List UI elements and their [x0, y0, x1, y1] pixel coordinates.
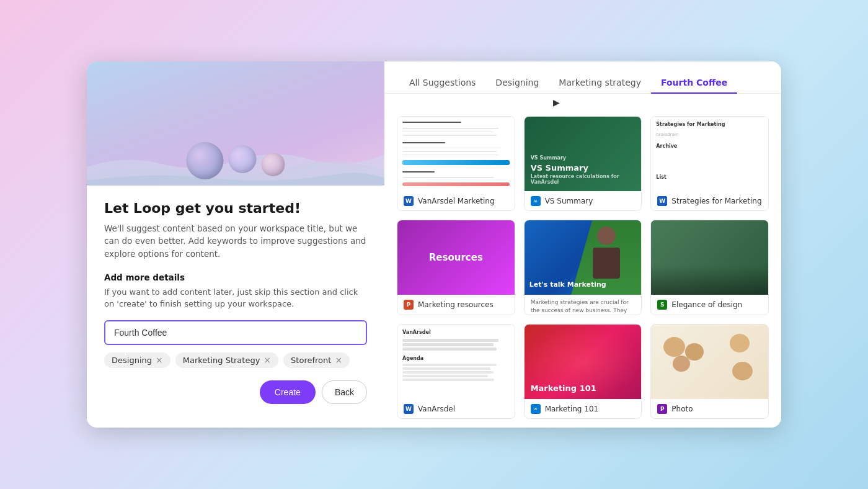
- card-title: Strategies for Marketing: [671, 197, 761, 205]
- dialog-subtitle: We'll suggest content based on your work…: [104, 222, 367, 260]
- card-footer: P Photo: [651, 399, 768, 419]
- card-thumbnail: Strategies for Marketing braindrain Arch…: [651, 117, 768, 191]
- main-dialog: Let Loop get you started! We'll suggest …: [87, 61, 781, 428]
- tab-designing[interactable]: Designing: [485, 73, 549, 94]
- card-marketing-101[interactable]: Marketing 101 ∞ Marketing 101: [524, 324, 642, 419]
- card-footer: ∞ VS Summary: [525, 191, 642, 211]
- card-footer: W Strategies for Marketing: [651, 191, 768, 211]
- card-title: VanArsdel Marketing: [418, 197, 495, 205]
- tag-remove-storefront[interactable]: ×: [335, 356, 342, 364]
- workspace-input[interactable]: [104, 320, 367, 345]
- hero-image: [87, 61, 384, 186]
- create-button[interactable]: Create: [260, 380, 316, 404]
- tab-marketing-strategy[interactable]: Marketing strategy: [549, 73, 651, 94]
- back-button[interactable]: Back: [322, 380, 367, 404]
- card-thumbnail: VanArsdel Agenda: [397, 325, 515, 399]
- ball-small: [262, 153, 285, 176]
- loop-icon: ∞: [531, 196, 541, 206]
- tag-remove-marketing[interactable]: ×: [264, 356, 271, 364]
- card-vanarsdel-marketing[interactable]: W VanArsdel Marketing: [397, 116, 515, 211]
- left-content: Let Loop get you started! We'll suggest …: [87, 186, 384, 428]
- tag-label: Storefront: [291, 356, 331, 365]
- word-icon: W: [404, 404, 414, 414]
- card-thumbnail: [651, 325, 768, 399]
- card-title: Elegance of design: [671, 300, 742, 309]
- suggestions-grid: W VanArsdel Marketing VS Summary VS Summ…: [384, 107, 781, 428]
- tag-marketing-strategy: Marketing Strategy ×: [175, 352, 278, 368]
- word-icon: W: [657, 196, 667, 206]
- tag-designing: Designing ×: [104, 352, 170, 368]
- card-title: Marketing resources: [418, 300, 494, 309]
- card-vs-summary[interactable]: VS Summary VS Summary Latest resource ca…: [524, 116, 642, 211]
- word-icon: W: [404, 196, 414, 206]
- tags-container: Designing × Marketing Strategy × Storefr…: [104, 352, 367, 368]
- cursor-indicator-row: ▶: [384, 94, 781, 107]
- card-lets-talk[interactable]: Let's talk Marketing Marketing strategie…: [524, 220, 642, 315]
- loop-icon: ∞: [531, 404, 541, 414]
- tab-fourth-coffee[interactable]: Fourth Coffee: [651, 73, 737, 94]
- ball-medium: [229, 145, 257, 173]
- card-vanarsdel[interactable]: VanArsdel Agenda W VanArsdel: [397, 324, 515, 419]
- action-buttons: Create Back: [104, 380, 367, 404]
- card-strategies[interactable]: Strategies for Marketing braindrain Arch…: [650, 116, 769, 211]
- card-title: VanArsdel: [418, 405, 455, 413]
- card-title: VS Summary: [545, 197, 593, 205]
- tag-label: Marketing Strategy: [183, 356, 260, 365]
- card-footer: P Marketing resources: [397, 295, 515, 315]
- ball-large: [187, 142, 224, 179]
- card-thumbnail: [397, 117, 515, 191]
- dialog-title: Let Loop get you started!: [104, 200, 367, 216]
- card-title: Photo: [671, 405, 693, 413]
- add-more-heading: Add more details: [104, 272, 367, 282]
- tabs-container: All Suggestions Designing Marketing stra…: [384, 61, 781, 94]
- sway-icon: S: [657, 300, 667, 310]
- card-thumbnail: [651, 220, 768, 295]
- card-footer: W VanArsdel: [397, 399, 515, 419]
- card-footer: S Elegance of design: [651, 295, 768, 315]
- tab-all-suggestions[interactable]: All Suggestions: [399, 73, 485, 94]
- right-panel: All Suggestions Designing Marketing stra…: [384, 61, 781, 428]
- card-thumbnail: VS Summary VS Summary Latest resource ca…: [525, 117, 642, 191]
- card-title: Marketing 101: [545, 405, 599, 413]
- photo-icon: P: [657, 404, 667, 414]
- decorative-balls: [187, 142, 285, 179]
- card-thumbnail: Marketing 101: [525, 325, 642, 399]
- tag-storefront: Storefront ×: [283, 352, 350, 368]
- ppt-icon: P: [404, 300, 414, 310]
- card-footer: ∞ Marketing 101: [525, 399, 642, 419]
- card-marketing-resources[interactable]: Resources P Marketing resources: [397, 220, 515, 315]
- card-description: Marketing strategies are crucial for the…: [525, 295, 642, 315]
- tag-label: Designing: [112, 356, 152, 365]
- add-more-description: If you want to add content later, just s…: [104, 286, 367, 310]
- left-panel: Let Loop get you started! We'll suggest …: [87, 61, 384, 428]
- card-elegance[interactable]: S Elegance of design: [650, 220, 769, 315]
- cursor-icon: ▶: [553, 97, 560, 107]
- card-thumbnail: Let's talk Marketing: [525, 220, 642, 295]
- card-footer: W VanArsdel Marketing: [397, 191, 515, 211]
- tag-remove-designing[interactable]: ×: [156, 356, 163, 364]
- card-thumbnail: Resources: [397, 220, 515, 295]
- card-photo[interactable]: P Photo: [650, 324, 769, 419]
